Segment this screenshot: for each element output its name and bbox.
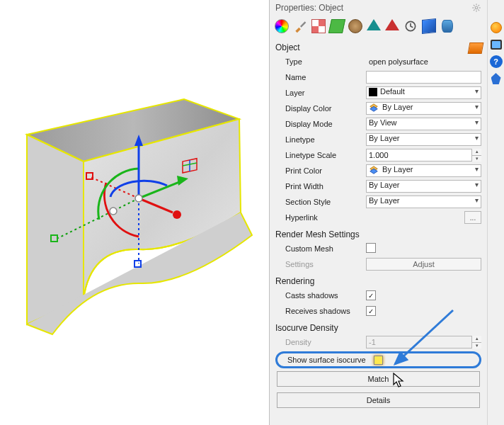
select-display-color[interactable]: By Layer <box>366 102 481 115</box>
value-type: open polysurface <box>366 57 481 66</box>
svg-line-23 <box>478 9 479 11</box>
input-name[interactable] <box>366 71 481 84</box>
viewport-3d[interactable] <box>0 0 269 425</box>
svg-line-24 <box>474 9 475 11</box>
label-linetype-scale: Linetype Scale <box>275 151 366 159</box>
input-linetype-scale[interactable] <box>366 149 481 162</box>
side-tab-display-icon[interactable] <box>490 38 503 51</box>
label-display-mode: Display Mode <box>275 120 366 128</box>
button-adjust: Adjust <box>366 258 481 271</box>
panel-header: Properties: Object <box>270 0 487 16</box>
svg-point-16 <box>110 208 117 215</box>
button-match[interactable]: Match <box>277 371 480 387</box>
side-tab-help-icon[interactable]: ? <box>490 55 503 68</box>
section-rendermesh-title: Render Mesh Settings <box>270 225 487 241</box>
checkbox-receives[interactable]: ✓ <box>366 306 376 316</box>
tab-material-icon[interactable] <box>292 18 308 34</box>
section-isocurve-title: Isocurve Density <box>270 319 487 334</box>
label-layer: Layer <box>275 89 366 97</box>
label-type: Type <box>275 57 366 66</box>
tab-row <box>270 16 487 38</box>
panel-title: Properties: Object <box>275 3 343 13</box>
tab-history-icon[interactable] <box>403 18 418 34</box>
tab-edge-icon[interactable] <box>366 18 382 34</box>
gear-icon[interactable] <box>471 3 481 13</box>
checkbox-custom-mesh[interactable] <box>366 243 376 253</box>
label-section-style: Section Style <box>275 198 366 206</box>
tab-texture-icon[interactable] <box>311 18 326 34</box>
button-hyperlink[interactable]: ... <box>464 211 481 224</box>
side-tab-notification-icon[interactable] <box>490 72 503 85</box>
label-hyperlink: Hyperlink <box>275 213 366 222</box>
svg-point-17 <box>475 6 478 9</box>
tab-overflow-icon[interactable] <box>468 42 484 54</box>
tab-shrinkwrap-icon[interactable] <box>421 18 437 34</box>
label-custom-mesh: Custom Mesh <box>275 244 366 253</box>
side-tabs: ? <box>487 0 504 425</box>
label-show-isocurve: Show surface isocurve <box>282 356 374 364</box>
svg-line-22 <box>474 5 475 6</box>
select-display-mode[interactable]: By View <box>366 118 481 130</box>
label-print-width: Print Width <box>275 182 366 191</box>
label-settings: Settings <box>275 260 366 268</box>
tab-object-icon[interactable] <box>274 18 290 34</box>
button-details[interactable]: Details <box>277 392 480 408</box>
svg-line-25 <box>478 5 479 6</box>
section-object-title: Object <box>270 38 487 54</box>
svg-point-15 <box>135 195 142 202</box>
select-print-width[interactable]: By Layer <box>366 180 481 193</box>
tab-decal-icon[interactable] <box>329 18 345 34</box>
tab-cylinder-icon[interactable] <box>440 18 455 34</box>
input-density <box>366 336 481 348</box>
side-tab-object-icon[interactable] <box>490 21 503 34</box>
label-density: Density <box>275 338 366 346</box>
spinner-linetype-scale[interactable]: ▴▾ <box>471 149 481 162</box>
tab-thickness-icon[interactable] <box>384 18 400 34</box>
label-linetype: Linetype <box>275 135 366 144</box>
checkbox-casts[interactable]: ✓ <box>366 290 376 300</box>
section-rendering-title: Rendering <box>270 272 487 288</box>
tab-environment-icon[interactable] <box>348 18 363 34</box>
label-print-color: Print Color <box>275 166 366 175</box>
select-section-style[interactable]: By Layer <box>366 196 481 208</box>
label-casts: Casts shadows <box>275 291 366 300</box>
spinner-density: ▴▾ <box>471 336 481 348</box>
properties-panel: Properties: Object Object Type open poly… <box>269 0 504 425</box>
row-show-isocurve: Show surface isocurve <box>275 351 481 368</box>
label-name: Name <box>275 73 366 81</box>
select-linetype[interactable]: By Layer <box>366 133 481 146</box>
select-layer[interactable]: Default <box>366 86 481 99</box>
label-display-color: Display Color <box>275 104 366 113</box>
select-print-color[interactable]: By Layer <box>366 164 481 177</box>
svg-point-8 <box>173 210 181 219</box>
checkbox-show-isocurve[interactable] <box>374 356 383 365</box>
label-receives: Receives shadows <box>275 307 366 315</box>
